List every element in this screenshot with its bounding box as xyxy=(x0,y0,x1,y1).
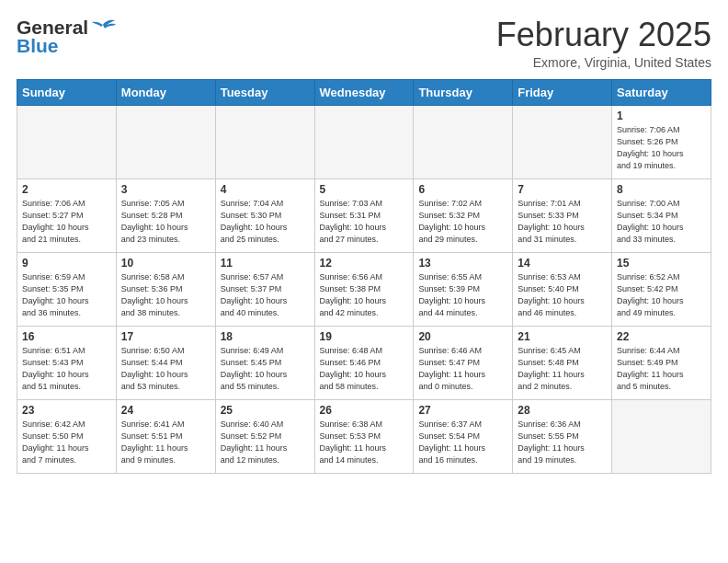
calendar-cell xyxy=(17,105,117,178)
calendar-cell: 15Sunrise: 6:52 AM Sunset: 5:42 PM Dayli… xyxy=(612,252,711,326)
calendar-header-saturday: Saturday xyxy=(612,79,711,105)
day-number: 8 xyxy=(617,183,706,196)
day-number: 21 xyxy=(518,330,607,343)
day-info: Sunrise: 6:49 AM Sunset: 5:45 PM Dayligh… xyxy=(221,345,310,393)
day-info: Sunrise: 6:42 AM Sunset: 5:50 PM Dayligh… xyxy=(22,419,111,466)
calendar: SundayMondayTuesdayWednesdayThursdayFrid… xyxy=(17,79,711,474)
calendar-cell: 8Sunrise: 7:00 AM Sunset: 5:34 PM Daylig… xyxy=(612,178,711,252)
day-number: 11 xyxy=(221,257,310,270)
day-info: Sunrise: 6:50 AM Sunset: 5:44 PM Dayligh… xyxy=(121,345,210,393)
calendar-cell xyxy=(612,399,711,473)
day-number: 25 xyxy=(221,404,310,417)
day-number: 17 xyxy=(121,330,210,343)
day-number: 19 xyxy=(320,330,409,343)
calendar-cell: 22Sunrise: 6:44 AM Sunset: 5:49 PM Dayli… xyxy=(612,326,711,399)
calendar-cell: 7Sunrise: 7:01 AM Sunset: 5:33 PM Daylig… xyxy=(513,178,612,252)
day-info: Sunrise: 6:59 AM Sunset: 5:35 PM Dayligh… xyxy=(22,271,111,319)
calendar-cell: 14Sunrise: 6:53 AM Sunset: 5:40 PM Dayli… xyxy=(513,252,612,326)
calendar-cell: 28Sunrise: 6:36 AM Sunset: 5:55 PM Dayli… xyxy=(513,399,612,473)
day-number: 5 xyxy=(320,183,409,196)
calendar-cell xyxy=(116,105,215,178)
day-info: Sunrise: 7:06 AM Sunset: 5:26 PM Dayligh… xyxy=(617,124,706,172)
day-info: Sunrise: 6:45 AM Sunset: 5:48 PM Dayligh… xyxy=(518,345,607,393)
day-info: Sunrise: 6:57 AM Sunset: 5:37 PM Dayligh… xyxy=(221,271,310,319)
day-info: Sunrise: 6:53 AM Sunset: 5:40 PM Dayligh… xyxy=(518,271,607,319)
calendar-cell: 9Sunrise: 6:59 AM Sunset: 5:35 PM Daylig… xyxy=(17,252,117,326)
calendar-header-tuesday: Tuesday xyxy=(215,79,314,105)
calendar-cell: 2Sunrise: 7:06 AM Sunset: 5:27 PM Daylig… xyxy=(17,178,117,252)
day-number: 6 xyxy=(418,183,507,196)
day-number: 4 xyxy=(221,183,310,196)
calendar-week-4: 16Sunrise: 6:51 AM Sunset: 5:43 PM Dayli… xyxy=(17,326,711,399)
day-number: 15 xyxy=(617,257,706,270)
day-info: Sunrise: 7:01 AM Sunset: 5:33 PM Dayligh… xyxy=(518,198,607,246)
day-number: 27 xyxy=(418,404,507,417)
calendar-cell: 19Sunrise: 6:48 AM Sunset: 5:46 PM Dayli… xyxy=(314,326,414,399)
calendar-week-5: 23Sunrise: 6:42 AM Sunset: 5:50 PM Dayli… xyxy=(17,399,711,473)
day-number: 7 xyxy=(518,183,607,196)
calendar-header-wednesday: Wednesday xyxy=(314,79,414,105)
day-info: Sunrise: 7:06 AM Sunset: 5:27 PM Dayligh… xyxy=(22,198,111,246)
day-info: Sunrise: 7:02 AM Sunset: 5:32 PM Dayligh… xyxy=(418,198,507,246)
day-number: 9 xyxy=(22,257,111,270)
day-number: 3 xyxy=(121,183,210,196)
calendar-cell: 23Sunrise: 6:42 AM Sunset: 5:50 PM Dayli… xyxy=(17,399,117,473)
calendar-cell xyxy=(513,105,612,178)
day-number: 23 xyxy=(22,404,111,417)
day-number: 26 xyxy=(320,404,409,417)
title-block: February 2025 Exmore, Virginia, United S… xyxy=(496,17,711,70)
day-info: Sunrise: 7:03 AM Sunset: 5:31 PM Dayligh… xyxy=(320,198,409,246)
calendar-week-2: 2Sunrise: 7:06 AM Sunset: 5:27 PM Daylig… xyxy=(17,178,711,252)
calendar-header-sunday: Sunday xyxy=(17,79,117,105)
calendar-header-row: SundayMondayTuesdayWednesdayThursdayFrid… xyxy=(17,79,711,105)
calendar-cell: 4Sunrise: 7:04 AM Sunset: 5:30 PM Daylig… xyxy=(215,178,314,252)
day-number: 28 xyxy=(518,404,607,417)
day-number: 13 xyxy=(418,257,507,270)
day-info: Sunrise: 6:36 AM Sunset: 5:55 PM Dayligh… xyxy=(518,419,607,466)
day-number: 24 xyxy=(121,404,210,417)
calendar-week-3: 9Sunrise: 6:59 AM Sunset: 5:35 PM Daylig… xyxy=(17,252,711,326)
day-number: 16 xyxy=(22,330,111,343)
calendar-cell: 1Sunrise: 7:06 AM Sunset: 5:26 PM Daylig… xyxy=(612,105,711,178)
day-number: 20 xyxy=(418,330,507,343)
calendar-cell: 13Sunrise: 6:55 AM Sunset: 5:39 PM Dayli… xyxy=(414,252,513,326)
day-info: Sunrise: 6:52 AM Sunset: 5:42 PM Dayligh… xyxy=(617,271,706,319)
calendar-cell: 17Sunrise: 6:50 AM Sunset: 5:44 PM Dayli… xyxy=(116,326,215,399)
day-number: 22 xyxy=(617,330,706,343)
calendar-cell: 10Sunrise: 6:58 AM Sunset: 5:36 PM Dayli… xyxy=(116,252,215,326)
calendar-cell: 11Sunrise: 6:57 AM Sunset: 5:37 PM Dayli… xyxy=(215,252,314,326)
day-info: Sunrise: 6:48 AM Sunset: 5:46 PM Dayligh… xyxy=(320,345,409,393)
calendar-cell: 24Sunrise: 6:41 AM Sunset: 5:51 PM Dayli… xyxy=(116,399,215,473)
logo: General Blue xyxy=(17,17,116,57)
day-number: 1 xyxy=(617,109,706,122)
day-info: Sunrise: 6:56 AM Sunset: 5:38 PM Dayligh… xyxy=(320,271,409,319)
day-number: 14 xyxy=(518,257,607,270)
day-info: Sunrise: 6:58 AM Sunset: 5:36 PM Dayligh… xyxy=(121,271,210,319)
day-info: Sunrise: 6:46 AM Sunset: 5:47 PM Dayligh… xyxy=(418,345,507,393)
day-info: Sunrise: 6:51 AM Sunset: 5:43 PM Dayligh… xyxy=(22,345,111,393)
logo-bird-icon xyxy=(90,17,116,38)
month-title: February 2025 xyxy=(496,17,711,53)
day-info: Sunrise: 7:00 AM Sunset: 5:34 PM Dayligh… xyxy=(617,198,706,246)
day-number: 12 xyxy=(320,257,409,270)
calendar-header-friday: Friday xyxy=(513,79,612,105)
header: General Blue February 2025 Exmore, Virgi… xyxy=(17,17,711,70)
calendar-cell: 20Sunrise: 6:46 AM Sunset: 5:47 PM Dayli… xyxy=(414,326,513,399)
calendar-cell: 16Sunrise: 6:51 AM Sunset: 5:43 PM Dayli… xyxy=(17,326,117,399)
calendar-header-thursday: Thursday xyxy=(414,79,513,105)
page: General Blue February 2025 Exmore, Virgi… xyxy=(0,0,728,483)
calendar-week-1: 1Sunrise: 7:06 AM Sunset: 5:26 PM Daylig… xyxy=(17,105,711,178)
day-info: Sunrise: 6:41 AM Sunset: 5:51 PM Dayligh… xyxy=(121,419,210,466)
location: Exmore, Virginia, United States xyxy=(496,55,711,70)
calendar-cell xyxy=(314,105,414,178)
calendar-cell: 6Sunrise: 7:02 AM Sunset: 5:32 PM Daylig… xyxy=(414,178,513,252)
calendar-cell: 26Sunrise: 6:38 AM Sunset: 5:53 PM Dayli… xyxy=(314,399,414,473)
day-info: Sunrise: 6:38 AM Sunset: 5:53 PM Dayligh… xyxy=(320,419,409,466)
day-number: 18 xyxy=(221,330,310,343)
day-number: 2 xyxy=(22,183,111,196)
calendar-cell: 18Sunrise: 6:49 AM Sunset: 5:45 PM Dayli… xyxy=(215,326,314,399)
day-info: Sunrise: 7:05 AM Sunset: 5:28 PM Dayligh… xyxy=(121,198,210,246)
calendar-cell: 3Sunrise: 7:05 AM Sunset: 5:28 PM Daylig… xyxy=(116,178,215,252)
calendar-cell: 5Sunrise: 7:03 AM Sunset: 5:31 PM Daylig… xyxy=(314,178,414,252)
calendar-cell: 27Sunrise: 6:37 AM Sunset: 5:54 PM Dayli… xyxy=(414,399,513,473)
